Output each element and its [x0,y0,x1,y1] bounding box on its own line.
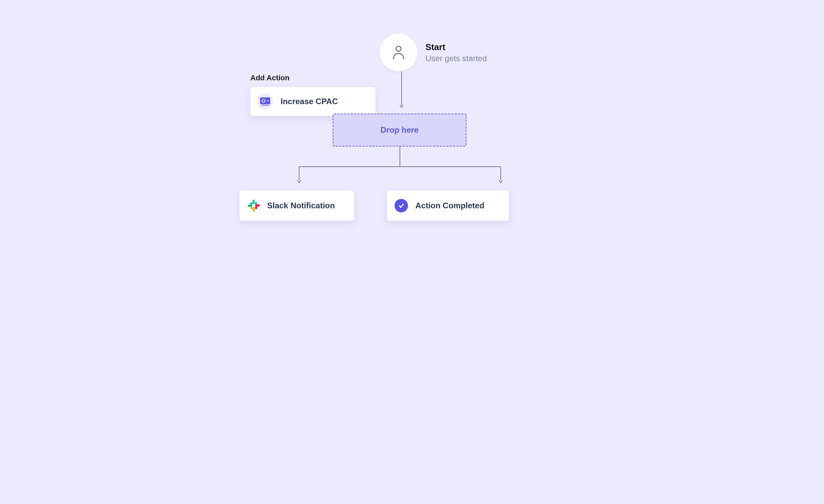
drop-zone[interactable]: Drop here [333,114,466,146]
check-icon [395,199,408,212]
workflow-canvas: Start User gets started Add Action Incre… [165,0,659,302]
svg-rect-11 [255,204,260,207]
svg-point-4 [267,100,269,101]
slack-notification-card[interactable]: Slack Notification [240,191,354,221]
cpac-icon [257,93,273,110]
slack-icon [247,199,260,212]
user-icon [392,45,405,59]
increase-cpac-card[interactable]: Increase CPAC [250,87,375,116]
increase-cpac-label: Increase CPAC [281,97,338,106]
add-action-panel: Add Action Increase CPAC [250,74,375,116]
svg-rect-13 [248,205,252,207]
connector-start-to-drop [400,71,404,108]
start-title: Start [425,42,487,52]
add-action-heading: Add Action [250,74,375,82]
svg-point-0 [396,46,401,51]
connector-fork [296,146,511,187]
start-node-text: Start User gets started [425,42,487,63]
svg-rect-10 [252,200,255,204]
action-completed-card[interactable]: Action Completed [387,191,509,221]
start-subtitle: User gets started [425,54,487,63]
start-node[interactable]: Start User gets started [380,34,487,71]
drop-zone-label: Drop here [380,125,418,135]
action-completed-label: Action Completed [415,201,484,210]
slack-notification-label: Slack Notification [267,201,335,210]
svg-rect-5 [261,105,269,106]
start-node-circle [380,34,417,71]
svg-rect-12 [253,207,255,212]
